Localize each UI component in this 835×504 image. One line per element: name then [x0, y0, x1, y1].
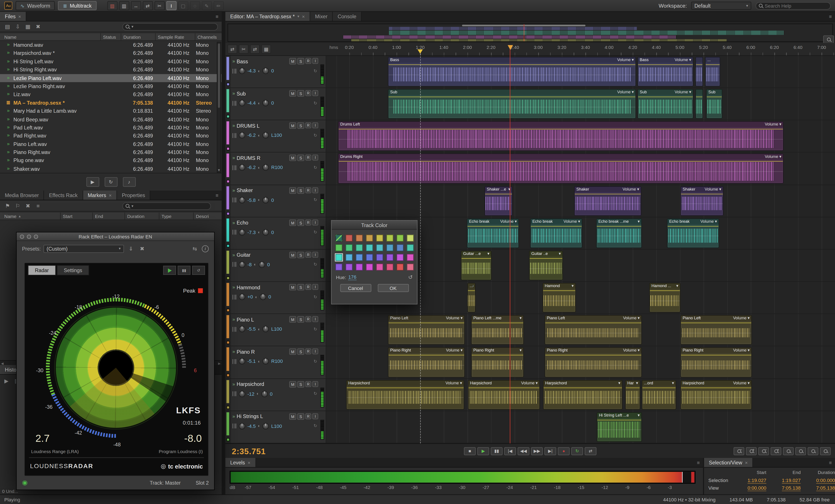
track-lane[interactable]: SubVolume ▾SubVolume ▾Sub — [326, 88, 835, 120]
marquee-selection-tool[interactable]: ▢ — [178, 1, 188, 10]
color-swatch[interactable] — [376, 235, 383, 241]
track-name[interactable]: Echo — [237, 220, 287, 226]
volume-envelope[interactable] — [696, 64, 702, 65]
volume-envelope[interactable] — [468, 226, 518, 226]
track-color-strip[interactable] — [225, 314, 231, 346]
trash-icon[interactable]: ✖ — [34, 23, 42, 31]
clip-volume-label[interactable]: ▾ — [672, 380, 674, 386]
track-lane[interactable]: Drums RightVolume ▾ — [326, 153, 835, 184]
clip-header[interactable]: Piano Left ...me▾ — [472, 316, 523, 321]
arm-record-button[interactable]: R — [305, 220, 311, 225]
track-name[interactable]: Piano L — [237, 317, 287, 322]
audio-clip[interactable]: Guitar ...e▾ — [461, 250, 492, 280]
pause-button[interactable]: ▮▮ — [491, 447, 503, 455]
track-color-strip[interactable] — [225, 217, 231, 249]
volume-envelope[interactable] — [339, 161, 783, 162]
automation-icon[interactable]: ↻ — [313, 165, 317, 170]
clip-header[interactable]: SubVolume ▾ — [389, 90, 635, 95]
arm-record-button[interactable]: R — [305, 413, 311, 419]
column-header-duration[interactable]: Duration — [125, 213, 159, 220]
track-header[interactable]: »HarpsichordMSRI-12◐0↻ — [225, 379, 326, 410]
track-color-strip[interactable] — [225, 153, 231, 184]
column-header-status[interactable]: Status — [100, 33, 121, 40]
time-value[interactable]: 1:19.027 — [732, 478, 766, 483]
clip-header[interactable] — [696, 90, 702, 95]
track-color-strip[interactable] — [225, 346, 231, 378]
mute-button[interactable]: M — [289, 252, 296, 258]
color-swatch[interactable] — [396, 264, 404, 270]
overview-zoom-button[interactable] — [823, 36, 834, 43]
clip-header[interactable]: Sub — [707, 90, 722, 95]
volume-knob[interactable] — [239, 326, 245, 332]
automation-icon[interactable]: ↻ — [313, 295, 317, 299]
volume-value[interactable]: -12 — [247, 391, 254, 397]
column-header-type[interactable]: Type — [159, 213, 193, 220]
color-swatch[interactable] — [366, 244, 373, 251]
audio-clip[interactable]: ShakerVolume ▾ — [680, 186, 723, 216]
razor-tool[interactable]: ✂ — [155, 1, 165, 10]
track-color-chip[interactable] — [226, 277, 230, 280]
solo-button[interactable]: S — [297, 413, 304, 420]
waveform-mode-button[interactable]: ∿ Waveform — [16, 1, 55, 10]
session-overview[interactable] — [227, 24, 833, 42]
razor-icon[interactable]: ✂ — [239, 45, 248, 54]
auto-play-button[interactable]: ♪ — [123, 177, 136, 187]
volume-envelope[interactable] — [545, 323, 641, 323]
track-color-chip[interactable] — [226, 406, 230, 409]
clip-header[interactable]: Guitar ..e▾ — [530, 251, 563, 257]
tab-files[interactable]: Files × — [0, 12, 26, 21]
track-name[interactable]: Shaker — [237, 187, 287, 194]
color-swatch[interactable] — [346, 235, 352, 241]
current-time-display[interactable]: 2:35.751 — [232, 446, 266, 456]
pan-value[interactable]: 0 — [271, 68, 274, 74]
add-marker-icon[interactable]: ⚑ — [3, 202, 12, 210]
clip-header[interactable]: Shaker ...e▾ — [485, 187, 512, 192]
ok-button[interactable]: OK — [378, 284, 409, 292]
automation-icon[interactable]: ↻ — [313, 424, 317, 428]
audio-clip[interactable]: Hamond▾ — [543, 283, 576, 313]
audio-clip[interactable]: Hi String Left ...e▾ — [597, 412, 642, 442]
clip-volume-label[interactable]: Volume ▾ — [674, 57, 691, 63]
clip-header[interactable]: HarpsichordVolume ▾ — [681, 380, 751, 386]
mute-button[interactable]: M — [289, 122, 296, 129]
color-swatch[interactable] — [366, 254, 373, 261]
skip-back-button[interactable]: |◀ — [504, 447, 516, 455]
audio-clip[interactable]: HarpsichordVolume ▾ — [468, 380, 540, 409]
clip-volume-label[interactable]: ▾ — [637, 412, 639, 418]
automation-icon[interactable]: ↻ — [313, 101, 317, 105]
pan-knob[interactable] — [259, 261, 265, 268]
info-icon[interactable]: i — [202, 245, 209, 252]
volume-value[interactable]: +0 — [247, 294, 253, 300]
preview-play-button[interactable]: ▶ — [86, 177, 99, 187]
scrollbar-thumb[interactable] — [218, 43, 220, 108]
rewind-button[interactable]: ◀◀ — [517, 447, 529, 455]
audio-clip[interactable]: ...d — [468, 283, 475, 313]
arm-record-button[interactable]: R — [305, 349, 311, 355]
track-header[interactable]: »EchoMSRI-7.3◐0↻ — [225, 217, 326, 249]
clip-volume-label[interactable]: Volume ▾ — [623, 348, 640, 354]
clip-header[interactable]: ... — [706, 57, 719, 63]
record-button[interactable]: ● — [558, 447, 570, 455]
move-tool[interactable]: ↔ — [131, 1, 141, 10]
panel-menu-icon[interactable]: ≡ — [694, 458, 703, 467]
clip-header[interactable]: Echo breakVolume ▾ — [668, 219, 718, 224]
solo-button[interactable]: S — [297, 349, 304, 355]
arm-record-button[interactable]: R — [305, 122, 311, 128]
color-swatch[interactable] — [407, 235, 414, 241]
history-play-icon[interactable]: ▶ — [2, 377, 11, 384]
solo-button[interactable]: S — [297, 220, 304, 226]
add-range-marker-icon[interactable]: ⚐ — [14, 202, 22, 210]
track-lane[interactable]: Hi String Left ...e▾ — [326, 411, 835, 443]
volume-envelope[interactable] — [668, 226, 718, 226]
volume-envelope[interactable] — [642, 387, 676, 388]
color-swatch[interactable] — [335, 244, 342, 251]
audio-clip[interactable]: Shaker ...e▾ — [485, 186, 512, 216]
window-minimize-icon[interactable] — [27, 234, 31, 239]
color-swatch[interactable] — [376, 254, 383, 261]
audio-clip[interactable]: Echo break ...me▾ — [596, 218, 642, 248]
clip-volume-label[interactable]: Volume ▾ — [733, 348, 750, 354]
volume-envelope[interactable] — [706, 64, 719, 65]
clip-header[interactable]: Harpsic...▾ — [626, 380, 640, 386]
tab-markers[interactable]: Markers× — [83, 190, 117, 200]
open-file-icon[interactable]: ▤ — [3, 23, 12, 31]
